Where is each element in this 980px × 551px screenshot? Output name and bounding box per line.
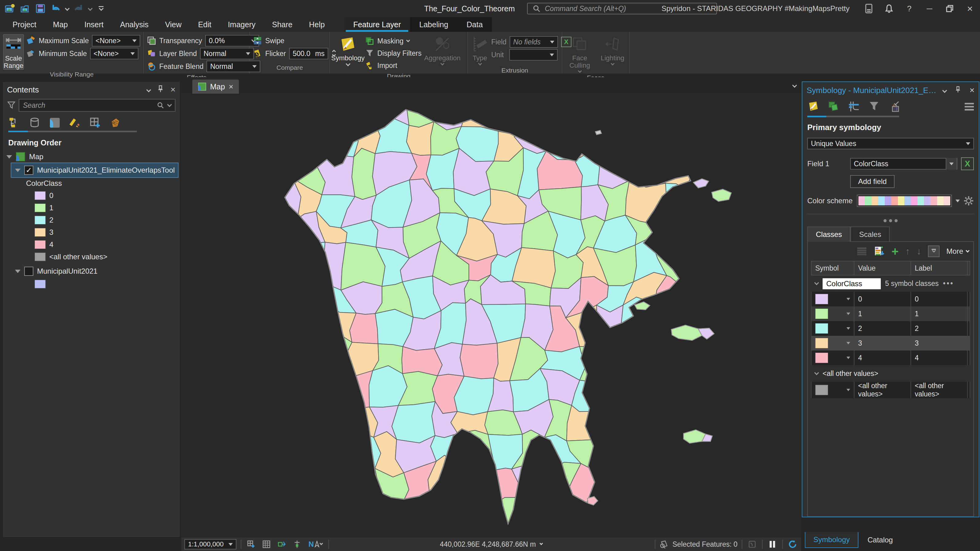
list-by-drawing-order-icon[interactable] [8,117,21,129]
class-label-cell[interactable]: 4 [911,351,967,365]
collapse-groups-toggle[interactable] [928,246,940,257]
list-by-data-source-icon[interactable] [29,117,41,129]
add-all-values-icon[interactable] [874,246,885,257]
view-menu-chevron-icon[interactable] [793,81,796,90]
display-filters-label[interactable]: Display Filters [377,49,422,57]
class-label-cell[interactable]: 3 [911,336,967,351]
symbol-dropdown-icon[interactable] [846,298,850,300]
class-value-cell[interactable]: 2 [854,321,911,336]
redo-icon[interactable] [73,3,84,14]
flicker-input[interactable]: 500.0ms [289,48,328,59]
layer1-checkbox[interactable]: ✓ [24,166,33,175]
class-label-cell[interactable]: 2 [911,321,967,336]
masking-label[interactable]: Masking [377,37,404,45]
panel-splitter-handle[interactable] [807,214,974,225]
group-expander-icon[interactable] [814,280,819,285]
help-icon[interactable]: ? [899,0,920,17]
panel-menu-chevron-icon[interactable] [943,86,946,95]
ribbon-tab-project[interactable]: Project [4,17,45,32]
color-scheme-dropdown-icon[interactable] [956,200,960,202]
pause-drawing-icon[interactable] [767,539,778,550]
panel-hamburger-icon[interactable] [965,103,974,111]
class-symbol-swatch[interactable] [815,323,828,333]
ribbon-tab-map[interactable]: Map [45,17,76,32]
ribbon-tab-data[interactable]: Data [458,17,492,32]
class-symbol-swatch[interactable] [815,338,828,348]
pane-tab-symbology[interactable]: Symbology [805,532,858,548]
contents-pin-icon[interactable] [157,85,164,95]
symbol-layer-drawing-tab-icon[interactable] [848,100,860,113]
north-arrow-icon[interactable]: N [307,539,324,550]
vary-symbology-tab-icon[interactable] [827,100,840,113]
class-symbol-swatch[interactable] [815,308,828,319]
close-button[interactable]: × [960,0,980,17]
ribbon-tab-imagery[interactable]: Imagery [220,17,264,32]
restore-button[interactable] [940,0,960,17]
tree-node-layer1[interactable]: ✓ MunicipalUnit2021_EliminateOverlapsToo… [11,163,178,177]
attribute-table-icon[interactable] [261,539,272,550]
minimum-scale-combo[interactable]: <None> [90,48,138,59]
maximum-scale-combo[interactable]: <None> [92,35,140,46]
ribbon-tab-labeling[interactable]: Labeling [410,17,458,32]
ribbon-tab-share[interactable]: Share [264,17,301,32]
class-symbol-swatch[interactable] [815,385,828,395]
more-menu[interactable]: More [946,247,969,256]
color-scheme-combo[interactable] [857,195,952,207]
symbology-button[interactable]: Symbology [333,34,363,67]
panel-close-icon[interactable]: × [970,86,975,95]
symbol-class-row[interactable]: 33 [811,336,970,351]
new-map-surround-icon[interactable] [246,539,257,550]
tab-classes[interactable]: Classes [807,227,850,242]
flicker-label[interactable]: Flicker [265,49,286,58]
symbol-class-row[interactable]: 44 [811,351,970,365]
class-value-cell[interactable]: 4 [854,351,911,365]
panel-pin-icon[interactable] [955,86,961,95]
primary-symbology-tab-icon[interactable] [807,100,819,113]
ribbon-tab-insert[interactable]: Insert [76,17,112,32]
group-field-input[interactable]: ColorClass [822,278,881,289]
class-symbol-swatch[interactable] [815,294,828,304]
list-by-selection-icon[interactable] [49,117,61,129]
class-value-cell[interactable]: <all other values> [854,382,911,398]
class-value-cell[interactable]: 3 [854,336,911,351]
notifications-icon[interactable] [879,0,899,17]
symbol-class-row[interactable]: 22 [811,321,970,336]
tab-scales[interactable]: Scales [850,227,890,242]
minimize-button[interactable]: ─ [920,0,940,17]
ribbon-tab-edit[interactable]: Edit [190,17,220,32]
symbol-group-row[interactable]: <all other values> [811,365,970,382]
expander-icon[interactable] [6,155,12,159]
ribbon-tab-help[interactable]: Help [301,17,333,32]
undo-icon[interactable] [50,3,61,14]
field1-expression-button[interactable]: X [961,157,974,170]
class-label-cell[interactable]: <all other values> [911,382,967,398]
col-symbol[interactable]: Symbol [811,261,854,275]
selected-features-status[interactable]: Selected Features: 0 [660,540,737,549]
layer2-checkbox[interactable] [24,267,33,276]
grid-toggle-icon[interactable] [291,539,302,550]
group-menu-icon[interactable]: ••• [943,279,954,288]
swipe-label[interactable]: Swipe [265,37,285,45]
tree-node-layer2[interactable]: MunicipalUnit2021 [11,265,180,278]
symbol-dropdown-icon[interactable] [846,389,850,391]
list-by-snapping-icon[interactable] [89,117,101,129]
add-value-icon[interactable]: + [891,247,899,256]
filter-icon[interactable] [7,101,16,110]
symbol-dropdown-icon[interactable] [846,313,850,315]
undo-dropdown-icon[interactable] [65,5,69,13]
new-project-icon[interactable] [4,3,15,14]
map-tab-close-icon[interactable]: × [229,82,233,92]
field1-combo[interactable]: ColorClass [850,158,957,170]
symbol-class-row[interactable]: 11 [811,306,970,321]
symbol-dropdown-icon[interactable] [846,327,850,330]
class-label-cell[interactable]: 1 [911,306,967,321]
symbol-class-row[interactable]: 00 [811,292,970,306]
pane-tab-catalog[interactable]: Catalog [860,532,901,548]
map-scale-combo[interactable]: 1:1,000,000 [185,539,236,549]
symbol-dropdown-icon[interactable] [846,342,850,345]
symbol-class-row[interactable]: <all other values><all other values> [811,382,970,398]
class-value-cell[interactable]: 0 [854,292,911,306]
contents-close-icon[interactable]: × [170,85,175,95]
scale-based-symbology-tab-icon[interactable] [868,100,880,113]
snapping-toggle-icon[interactable] [276,539,287,550]
